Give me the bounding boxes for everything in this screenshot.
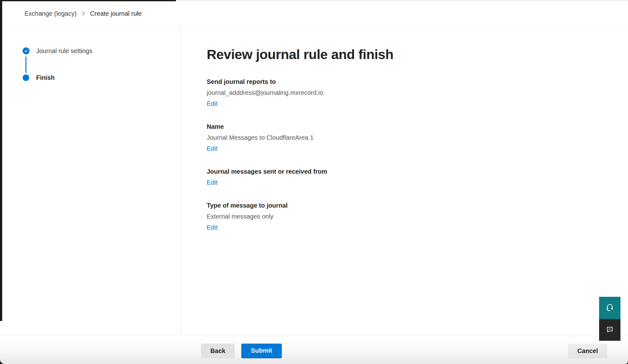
feedback-button[interactable] [599, 319, 620, 341]
section-type-of-message: Type of message to journal External mess… [207, 200, 628, 233]
chevron-right-icon [82, 11, 85, 16]
back-button[interactable]: Back [201, 344, 235, 358]
section-label: Type of message to journal [207, 200, 628, 211]
section-value: Journal Messages to CloudflareArea 1 [207, 132, 628, 143]
submit-button[interactable]: Submit [241, 344, 282, 358]
footer-bar: Back Submit Cancel [0, 336, 628, 364]
breadcrumb: Exchange (legacy) Create journal rule [25, 10, 142, 17]
section-value: journal_adddress@journaling.mxrecord.io [207, 87, 628, 98]
step-finish[interactable]: Finish [36, 74, 55, 82]
cancel-button[interactable]: Cancel [568, 344, 607, 358]
exchange-admin-window: Exchange (legacy) Create journal rule Jo… [0, 0, 628, 364]
section-send-journal-reports-to: Send journal reports to journal_adddress… [207, 76, 628, 109]
step-current-dot-icon [23, 74, 29, 81]
page-title: Review journal rule and finish [207, 46, 628, 62]
step-journal-rule-settings[interactable]: Journal rule settings [36, 47, 92, 55]
breadcrumb-create-journal-rule: Create journal rule [90, 10, 142, 17]
section-value: External messages only [207, 211, 628, 222]
section-label: Send journal reports to [207, 76, 628, 87]
chat-icon [606, 325, 614, 334]
bottom-right-corner [625, 361, 628, 364]
section-name: Name Journal Messages to CloudflareArea … [207, 121, 628, 154]
section-label: Name [207, 121, 628, 132]
section-label: Journal messages sent or received from [207, 166, 628, 177]
review-panel: Review journal rule and finish Send jour… [181, 26, 628, 336]
support-button[interactable] [599, 297, 620, 319]
left-dark-edge [0, 0, 2, 321]
edit-name-link[interactable]: Edit [207, 143, 217, 154]
edit-type-of-message-link[interactable]: Edit [207, 222, 217, 233]
edit-send-journal-reports-link[interactable]: Edit [207, 98, 217, 109]
step-completed-check-icon [23, 47, 30, 54]
top-left-dark-edge [0, 0, 176, 1]
breadcrumb-exchange-legacy[interactable]: Exchange (legacy) [25, 10, 77, 17]
headset-icon [605, 303, 614, 313]
edit-journal-messages-scope-link[interactable]: Edit [207, 177, 217, 188]
bottom-left-corner [0, 359, 6, 364]
step-connector-line [25, 57, 26, 73]
section-journal-messages-scope: Journal messages sent or received from E… [207, 166, 628, 188]
header-bar: Exchange (legacy) Create journal rule [2, 1, 628, 26]
